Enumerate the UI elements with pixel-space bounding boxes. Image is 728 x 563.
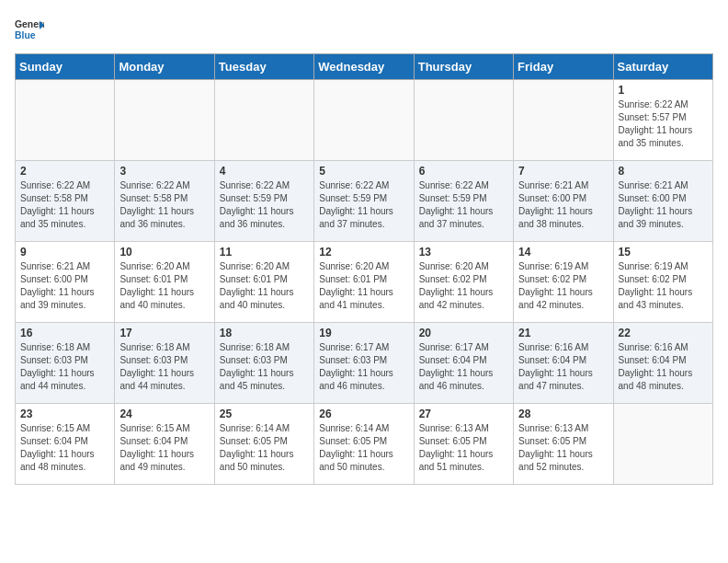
page-header: General Blue — [15, 15, 713, 44]
day-number: 13 — [419, 246, 508, 259]
calendar-cell: 17Sunrise: 6:18 AM Sunset: 6:03 PM Dayli… — [115, 323, 214, 404]
calendar-cell: 1Sunrise: 6:22 AM Sunset: 5:57 PM Daylig… — [613, 80, 712, 161]
calendar-cell: 12Sunrise: 6:20 AM Sunset: 6:01 PM Dayli… — [314, 242, 414, 323]
calendar-cell: 26Sunrise: 6:14 AM Sunset: 6:05 PM Dayli… — [314, 404, 414, 485]
day-info: Sunrise: 6:19 AM Sunset: 6:02 PM Dayligh… — [518, 260, 608, 312]
calendar-cell: 22Sunrise: 6:16 AM Sunset: 6:04 PM Dayli… — [613, 323, 712, 404]
calendar-cell: 2Sunrise: 6:22 AM Sunset: 5:58 PM Daylig… — [16, 161, 115, 242]
day-info: Sunrise: 6:14 AM Sunset: 6:05 PM Dayligh… — [220, 422, 309, 474]
calendar-cell — [115, 80, 214, 161]
calendar-table: SundayMondayTuesdayWednesdayThursdayFrid… — [15, 53, 713, 485]
day-info: Sunrise: 6:20 AM Sunset: 6:01 PM Dayligh… — [220, 260, 309, 312]
day-info: Sunrise: 6:17 AM Sunset: 6:04 PM Dayligh… — [419, 341, 508, 393]
day-info: Sunrise: 6:20 AM Sunset: 6:01 PM Dayligh… — [319, 260, 408, 312]
day-info: Sunrise: 6:15 AM Sunset: 6:04 PM Dayligh… — [119, 422, 209, 474]
calendar-cell — [414, 80, 513, 161]
day-number: 12 — [319, 246, 408, 259]
day-info: Sunrise: 6:21 AM Sunset: 6:00 PM Dayligh… — [20, 260, 109, 312]
day-info: Sunrise: 6:22 AM Sunset: 5:59 PM Dayligh… — [419, 179, 508, 231]
day-number: 21 — [518, 327, 608, 339]
calendar-cell: 19Sunrise: 6:17 AM Sunset: 6:03 PM Dayli… — [314, 323, 414, 404]
day-info: Sunrise: 6:21 AM Sunset: 6:00 PM Dayligh… — [619, 179, 708, 231]
calendar-cell: 24Sunrise: 6:15 AM Sunset: 6:04 PM Dayli… — [115, 404, 214, 485]
day-info: Sunrise: 6:14 AM Sunset: 6:05 PM Dayligh… — [319, 422, 408, 474]
day-info: Sunrise: 6:13 AM Sunset: 6:05 PM Dayligh… — [419, 422, 508, 474]
day-number: 4 — [220, 165, 309, 178]
day-number: 25 — [220, 408, 309, 420]
day-info: Sunrise: 6:18 AM Sunset: 6:03 PM Dayligh… — [119, 341, 209, 393]
calendar-cell — [613, 404, 712, 485]
day-info: Sunrise: 6:16 AM Sunset: 6:04 PM Dayligh… — [619, 341, 708, 393]
col-header-thursday: Thursday — [414, 54, 513, 80]
day-header-row: SundayMondayTuesdayWednesdayThursdayFrid… — [16, 54, 713, 80]
calendar-cell: 7Sunrise: 6:21 AM Sunset: 6:00 PM Daylig… — [514, 161, 613, 242]
day-info: Sunrise: 6:22 AM Sunset: 5:59 PM Dayligh… — [220, 179, 309, 231]
day-number: 26 — [319, 408, 408, 420]
day-info: Sunrise: 6:19 AM Sunset: 6:02 PM Dayligh… — [619, 260, 708, 312]
week-row-1: 1Sunrise: 6:22 AM Sunset: 5:57 PM Daylig… — [16, 80, 713, 161]
calendar-cell: 8Sunrise: 6:21 AM Sunset: 6:00 PM Daylig… — [613, 161, 712, 242]
calendar-cell: 14Sunrise: 6:19 AM Sunset: 6:02 PM Dayli… — [514, 242, 613, 323]
calendar-cell: 18Sunrise: 6:18 AM Sunset: 6:03 PM Dayli… — [214, 323, 313, 404]
day-number: 20 — [419, 327, 508, 339]
calendar-cell: 20Sunrise: 6:17 AM Sunset: 6:04 PM Dayli… — [414, 323, 513, 404]
calendar-cell: 5Sunrise: 6:22 AM Sunset: 5:59 PM Daylig… — [314, 161, 414, 242]
logo-icon: General Blue — [15, 15, 44, 44]
col-header-tuesday: Tuesday — [214, 54, 313, 80]
svg-text:Blue: Blue — [15, 30, 36, 40]
day-number: 14 — [518, 246, 608, 259]
day-info: Sunrise: 6:22 AM Sunset: 5:58 PM Dayligh… — [119, 179, 209, 231]
day-number: 2 — [20, 165, 109, 178]
day-info: Sunrise: 6:16 AM Sunset: 6:04 PM Dayligh… — [518, 341, 608, 393]
calendar-cell — [214, 80, 313, 161]
calendar-cell: 13Sunrise: 6:20 AM Sunset: 6:02 PM Dayli… — [414, 242, 513, 323]
calendar-cell: 27Sunrise: 6:13 AM Sunset: 6:05 PM Dayli… — [414, 404, 513, 485]
day-number: 9 — [20, 246, 109, 259]
calendar-cell — [314, 80, 414, 161]
col-header-sunday: Sunday — [16, 54, 115, 80]
day-number: 18 — [220, 327, 309, 339]
calendar-cell: 11Sunrise: 6:20 AM Sunset: 6:01 PM Dayli… — [214, 242, 313, 323]
calendar-cell: 16Sunrise: 6:18 AM Sunset: 6:03 PM Dayli… — [16, 323, 115, 404]
calendar-cell: 6Sunrise: 6:22 AM Sunset: 5:59 PM Daylig… — [414, 161, 513, 242]
calendar-cell: 28Sunrise: 6:13 AM Sunset: 6:05 PM Dayli… — [514, 404, 613, 485]
day-info: Sunrise: 6:15 AM Sunset: 6:04 PM Dayligh… — [20, 422, 109, 474]
day-number: 1 — [619, 84, 708, 97]
day-number: 19 — [319, 327, 408, 339]
calendar-cell — [514, 80, 613, 161]
calendar-cell: 21Sunrise: 6:16 AM Sunset: 6:04 PM Dayli… — [514, 323, 613, 404]
col-header-wednesday: Wednesday — [314, 54, 414, 80]
calendar-cell: 3Sunrise: 6:22 AM Sunset: 5:58 PM Daylig… — [115, 161, 214, 242]
day-number: 17 — [119, 327, 209, 339]
col-header-saturday: Saturday — [613, 54, 712, 80]
week-row-3: 9Sunrise: 6:21 AM Sunset: 6:00 PM Daylig… — [16, 242, 713, 323]
day-info: Sunrise: 6:18 AM Sunset: 6:03 PM Dayligh… — [220, 341, 309, 393]
week-row-4: 16Sunrise: 6:18 AM Sunset: 6:03 PM Dayli… — [16, 323, 713, 404]
calendar-cell: 23Sunrise: 6:15 AM Sunset: 6:04 PM Dayli… — [16, 404, 115, 485]
day-info: Sunrise: 6:17 AM Sunset: 6:03 PM Dayligh… — [319, 341, 408, 393]
day-number: 27 — [419, 408, 508, 420]
day-number: 10 — [119, 246, 209, 259]
day-info: Sunrise: 6:20 AM Sunset: 6:02 PM Dayligh… — [419, 260, 508, 312]
day-info: Sunrise: 6:22 AM Sunset: 5:58 PM Dayligh… — [20, 179, 109, 231]
day-info: Sunrise: 6:22 AM Sunset: 5:57 PM Dayligh… — [619, 98, 708, 150]
day-number: 15 — [619, 246, 708, 259]
day-number: 23 — [20, 408, 109, 420]
col-header-friday: Friday — [514, 54, 613, 80]
day-info: Sunrise: 6:22 AM Sunset: 5:59 PM Dayligh… — [319, 179, 408, 231]
day-info: Sunrise: 6:21 AM Sunset: 6:00 PM Dayligh… — [518, 179, 608, 231]
calendar-cell: 15Sunrise: 6:19 AM Sunset: 6:02 PM Dayli… — [613, 242, 712, 323]
day-number: 6 — [419, 165, 508, 178]
day-number: 8 — [619, 165, 708, 178]
calendar-cell: 25Sunrise: 6:14 AM Sunset: 6:05 PM Dayli… — [214, 404, 313, 485]
week-row-5: 23Sunrise: 6:15 AM Sunset: 6:04 PM Dayli… — [16, 404, 713, 485]
day-info: Sunrise: 6:20 AM Sunset: 6:01 PM Dayligh… — [119, 260, 209, 312]
calendar-cell: 10Sunrise: 6:20 AM Sunset: 6:01 PM Dayli… — [115, 242, 214, 323]
calendar-cell — [16, 80, 115, 161]
week-row-2: 2Sunrise: 6:22 AM Sunset: 5:58 PM Daylig… — [16, 161, 713, 242]
day-number: 16 — [20, 327, 109, 339]
logo: General Blue — [15, 15, 44, 44]
day-number: 3 — [119, 165, 209, 178]
col-header-monday: Monday — [115, 54, 214, 80]
day-number: 22 — [619, 327, 708, 339]
